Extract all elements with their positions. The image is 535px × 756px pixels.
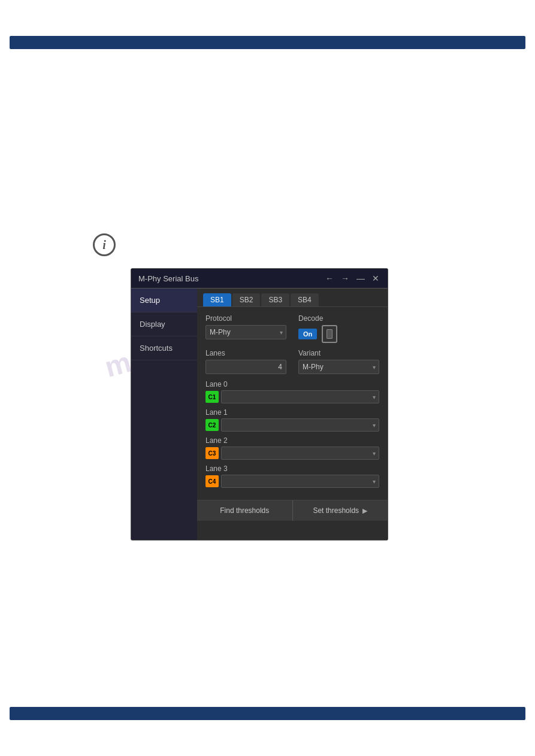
dialog-controls: ← → — ✕ — [324, 274, 380, 283]
content-inner: Protocol M-Phy Decode On — [197, 307, 388, 500]
protocol-select[interactable]: M-Phy — [205, 325, 286, 339]
lane-3-label: Lane 3 — [205, 464, 379, 473]
lane-0-select[interactable] — [221, 390, 379, 403]
lane-2-row: Lane 2 C3 ▾ — [205, 436, 379, 460]
variant-label: Variant — [298, 349, 379, 357]
dialog-window: M-Phy Serial Bus ← → — ✕ Setup Display S… — [131, 268, 388, 541]
protocol-decode-row: Protocol M-Phy Decode On — [205, 314, 379, 343]
mobile-icon-inner — [327, 329, 333, 339]
set-thresholds-button[interactable]: Set thresholds ▶ — [293, 500, 388, 521]
lane-2-select-wrapper: C3 ▾ — [205, 447, 379, 460]
lane-2-badge: C3 — [205, 447, 219, 459]
lane-0-badge: C1 — [205, 391, 219, 403]
variant-select-wrapper: M-Phy — [298, 360, 379, 374]
lane-2-label: Lane 2 — [205, 436, 379, 445]
lanes-variant-row: Lanes Variant M-Phy — [205, 349, 379, 374]
variant-select[interactable]: M-Phy — [298, 360, 379, 374]
protocol-select-wrapper: M-Phy — [205, 325, 286, 339]
decode-row: On — [298, 325, 379, 343]
dialog-body: Setup Display Shortcuts SB1 SB2 SB3 — [131, 289, 388, 540]
lane-0-select-wrapper: C1 ▾ — [205, 390, 379, 403]
lane-3-select-wrapper: C4 ▾ — [205, 475, 379, 488]
info-icon-container: i — [93, 233, 116, 256]
mobile-icon[interactable] — [322, 325, 337, 343]
tab-sb1[interactable]: SB1 — [203, 293, 231, 306]
dialog-footer: Find thresholds Set thresholds ▶ — [197, 500, 388, 521]
lanes-input[interactable] — [205, 360, 286, 374]
lane-1-select[interactable] — [221, 418, 379, 432]
decode-label: Decode — [298, 314, 379, 323]
dialog-back-btn[interactable]: ← — [324, 274, 335, 283]
tabs-row: SB1 SB2 SB3 SB4 — [197, 289, 388, 307]
dialog-title: M-Phy Serial Bus — [138, 274, 198, 283]
lane-0-row: Lane 0 C1 ▾ — [205, 380, 379, 403]
tab-sb2[interactable]: SB2 — [232, 293, 261, 306]
find-thresholds-button[interactable]: Find thresholds — [197, 500, 293, 521]
sidebar-item-display[interactable]: Display — [131, 312, 197, 336]
lane-2-select[interactable] — [221, 447, 379, 460]
variant-field: Variant M-Phy — [298, 349, 379, 374]
dialog-titlebar: M-Phy Serial Bus ← → — ✕ — [131, 269, 388, 289]
dialog-close-btn[interactable]: ✕ — [371, 274, 380, 283]
dialog-forward-btn[interactable]: → — [340, 274, 350, 283]
lane-0-label: Lane 0 — [205, 380, 379, 388]
lane-1-row: Lane 1 C2 ▾ — [205, 408, 379, 432]
dialog-content: SB1 SB2 SB3 SB4 Protocol — [197, 289, 388, 540]
protocol-label: Protocol — [205, 314, 286, 323]
decode-col: Decode On — [298, 314, 379, 343]
tab-sb3[interactable]: SB3 — [261, 293, 289, 306]
tab-sb4[interactable]: SB4 — [291, 293, 319, 306]
info-icon: i — [93, 233, 116, 256]
lane-3-badge: C4 — [205, 475, 219, 487]
set-thresholds-arrow-icon: ▶ — [362, 507, 367, 515]
top-bar — [10, 36, 525, 49]
lane-3-select[interactable] — [221, 475, 379, 488]
bottom-bar — [10, 707, 525, 720]
decode-toggle[interactable]: On — [298, 329, 317, 339]
sidebar-item-shortcuts[interactable]: Shortcuts — [131, 336, 197, 360]
lane-1-badge: C2 — [205, 419, 219, 431]
lane-3-row: Lane 3 C4 ▾ — [205, 464, 379, 488]
lanes-field: Lanes — [205, 349, 286, 374]
dialog-sidebar: Setup Display Shortcuts — [131, 289, 197, 540]
lane-1-label: Lane 1 — [205, 408, 379, 417]
sidebar-item-setup[interactable]: Setup — [131, 289, 197, 312]
lane-1-select-wrapper: C2 ▾ — [205, 418, 379, 432]
lanes-label: Lanes — [205, 349, 286, 357]
protocol-col: Protocol M-Phy — [205, 314, 286, 343]
dialog-minimize-btn[interactable]: — — [355, 274, 366, 283]
